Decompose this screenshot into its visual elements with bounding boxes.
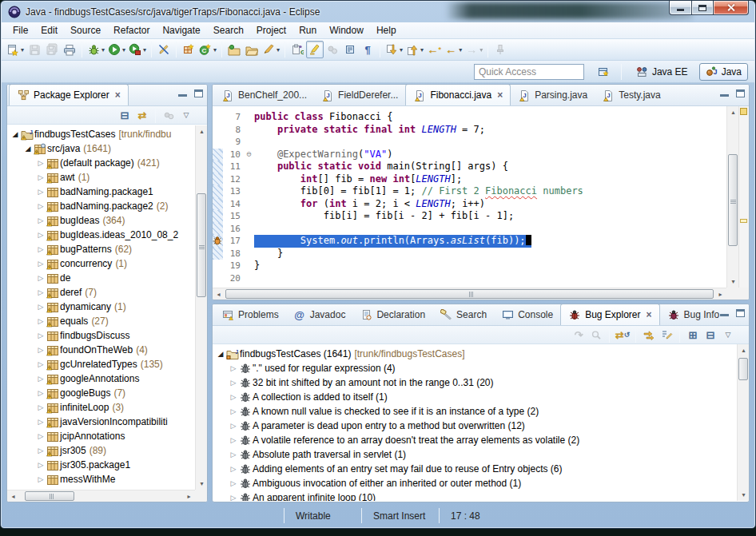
tree-row[interactable]: ▷A known null value is checked to see if…	[213, 404, 737, 419]
tree-row[interactable]: ▷A volatile reference to an array doesn'…	[213, 433, 737, 447]
occurrence-marker[interactable]	[740, 219, 747, 223]
tree-row[interactable]: ▷32 bit int shifted by an amount not in …	[213, 375, 737, 390]
expand-arrow-icon[interactable]: ▷	[36, 188, 46, 196]
expand-arrow-icon[interactable]: ▷	[229, 379, 238, 387]
expand-arrow-icon[interactable]: ▷	[36, 332, 46, 339]
tree-row[interactable]: ▷badNaming.package1	[7, 185, 195, 199]
expand-arrow-icon[interactable]: ▷	[36, 245, 46, 253]
expand-arrow-icon[interactable]: ▷	[36, 274, 46, 282]
window-maximize-button[interactable]	[692, 1, 714, 15]
expand-arrow-icon[interactable]: ▷	[229, 451, 238, 459]
expand-arrow-icon[interactable]: ▷	[229, 436, 238, 444]
code-line[interactable]: 14 for (int i = 2; i < LENGTH; i++)	[213, 198, 726, 211]
tree-row[interactable]: ▷infiniteLoop(3)	[7, 400, 195, 415]
debug-button[interactable]: ▾	[86, 41, 106, 58]
tree-row[interactable]: ▷Adding elements of an entry set may fai…	[213, 462, 737, 476]
tree-row[interactable]: ▷Absolute path traversal in servlet (1)	[213, 447, 737, 462]
expand-arrow-icon[interactable]: ▷	[36, 403, 46, 411]
bug-explorer-vscrollbar[interactable]: ▴ ▾	[737, 344, 749, 501]
save-all-button[interactable]	[43, 41, 61, 58]
link-editor-button[interactable]: ⇄	[134, 108, 150, 123]
expand-arrow-icon[interactable]: ▷	[36, 317, 46, 325]
editor-tab-parsing[interactable]: JParsing.java	[511, 85, 595, 105]
tab-bug-info[interactable]: Bug Info	[660, 304, 727, 325]
tab-console[interactable]: Console	[494, 304, 560, 325]
collapse-all-button[interactable]: ⊟	[702, 328, 718, 343]
menu-navigate[interactable]: Navigate	[156, 23, 206, 38]
tree-row[interactable]: ▷foundOnTheWeb(4)	[7, 343, 195, 357]
edit-filter-button[interactable]	[659, 328, 674, 343]
tree-row[interactable]: ▷Ambiguous invocation of either an inher…	[213, 476, 737, 490]
fold-collapse-icon[interactable]: ⊖	[244, 149, 254, 161]
perspective-java-button[interactable]: J Java	[699, 63, 748, 81]
dropdown-caret[interactable]: ▾	[143, 46, 146, 54]
tree-row[interactable]: ▷deref(7)	[7, 285, 195, 300]
tree-row[interactable]: ▷findbugsDiscuss	[7, 328, 195, 343]
tree-row[interactable]: ▷de	[7, 271, 195, 285]
expand-arrow-icon[interactable]: ▷	[36, 475, 46, 483]
expand-arrow-icon[interactable]: ◢	[216, 350, 225, 358]
menu-run[interactable]: Run	[292, 23, 323, 38]
code-line[interactable]: 19}	[213, 260, 726, 272]
expand-arrow-icon[interactable]: ▷	[36, 260, 46, 268]
tree-row[interactable]: ▷bugIdeas(364)	[7, 213, 195, 228]
tree-row[interactable]: ▷gcUnrelatedTypes(135)	[7, 357, 195, 371]
tree-row[interactable]: ▷An apparent infinite loop (10)	[213, 490, 737, 501]
bug-marker-icon[interactable]	[213, 235, 223, 248]
close-tab-icon[interactable]: ×	[647, 309, 652, 320]
mark-occurrences-button[interactable]	[155, 41, 173, 58]
close-view-icon[interactable]: ×	[115, 89, 121, 101]
tab-javadoc[interactable]: @Javadoc	[286, 304, 353, 325]
maximize-bottom-button[interactable]	[736, 309, 745, 317]
tree-row[interactable]: ▷badNaming.package2(2)	[7, 199, 195, 213]
package-explorer-vscrollbar[interactable]: ▴ ▾	[195, 125, 207, 490]
tree-row[interactable]: ▷(default package)(421)	[7, 156, 195, 170]
tree-row[interactable]: ▷googleBugs(7)	[7, 386, 195, 400]
view-menu-button[interactable]: ▽	[178, 108, 194, 123]
run-coverage-button[interactable]: ▾	[127, 41, 148, 58]
tab-package-explorer[interactable]: Package Explorer ×	[9, 84, 129, 105]
tab-declaration[interactable]: Declaration	[352, 304, 432, 325]
pin-editor-button[interactable]	[491, 41, 509, 58]
menu-file[interactable]: File	[6, 23, 34, 38]
tree-row[interactable]: ▷messWithMe	[7, 472, 195, 486]
expand-arrow-icon[interactable]: ▷	[229, 407, 238, 415]
expand-arrow-icon[interactable]: ▷	[229, 494, 238, 501]
expand-arrow-icon[interactable]: ▷	[36, 202, 46, 210]
format-button[interactable]: ▾	[261, 41, 281, 58]
dropdown-caret[interactable]: ▾	[122, 46, 125, 54]
last-edit-button[interactable]: ←*	[425, 41, 443, 58]
menu-project[interactable]: Project	[250, 23, 292, 38]
minimize-bottom-button[interactable]	[720, 309, 729, 316]
dropdown-caret[interactable]: ▾	[420, 46, 424, 54]
dropdown-caret[interactable]: ▾	[459, 46, 462, 54]
code-line[interactable]: 17 System.out.println(Arrays.asList(fib)…	[213, 235, 726, 248]
tree-row[interactable]: ▷awt(1)	[7, 170, 195, 185]
expand-arrow-icon[interactable]: ▷	[229, 465, 238, 473]
code-line[interactable]: 7public class Fibonacci {	[213, 111, 726, 124]
tree-row[interactable]: ▷googleAnnotations	[7, 371, 195, 386]
expand-arrow-icon[interactable]: ▷	[36, 360, 46, 368]
open-perspective-button[interactable]	[595, 63, 613, 81]
editor-vscrollbar[interactable]: ▴ ▾	[726, 106, 738, 288]
tree-row[interactable]: ◢src/java(1641)	[7, 141, 195, 156]
expand-arrow-icon[interactable]: ◢	[10, 130, 20, 138]
code-line[interactable]: 20	[213, 272, 726, 285]
tree-row[interactable]: ▷bugPatterns(62)	[7, 242, 195, 256]
expand-arrow-icon[interactable]: ◢	[23, 145, 33, 153]
menu-source[interactable]: Source	[64, 23, 107, 38]
tree-row[interactable]: ▷"." used for regular expression (4)	[213, 361, 737, 375]
dropdown-caret[interactable]: ▾	[400, 46, 403, 54]
new-wizard-button[interactable]: ▾	[5, 41, 26, 58]
code-line[interactable]: 16	[213, 223, 726, 236]
tree-row[interactable]: ◢JfindbugsTestCases[trunk/findbu	[7, 127, 195, 141]
open-task-button[interactable]: G	[288, 41, 306, 58]
dropdown-caret[interactable]: ▾	[213, 46, 217, 54]
menu-search[interactable]: Search	[207, 23, 250, 38]
expand-arrow-icon[interactable]: ▷	[36, 346, 46, 354]
menu-help[interactable]: Help	[370, 23, 403, 38]
save-button[interactable]	[26, 41, 43, 58]
menu-refactor[interactable]: Refactor	[107, 23, 156, 38]
expand-arrow-icon[interactable]: ▷	[36, 303, 46, 311]
expand-arrow-icon[interactable]: ▷	[229, 364, 238, 372]
